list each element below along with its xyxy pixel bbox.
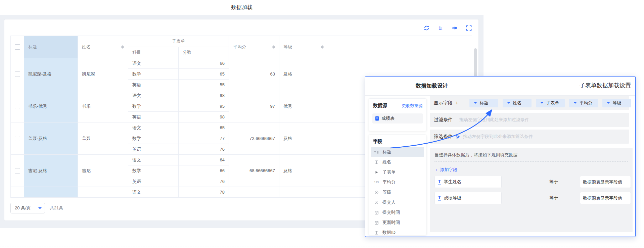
total-count: 共21条 bbox=[50, 205, 63, 211]
row-checkbox[interactable] bbox=[15, 136, 20, 141]
select-all-checkbox[interactable] bbox=[15, 44, 20, 50]
field-item-更新时间[interactable]: 更新时间 bbox=[371, 217, 424, 228]
gear-icon[interactable] bbox=[456, 135, 460, 139]
avg-cell: 97 bbox=[229, 90, 279, 122]
rule-field-select[interactable]: T成绩等级 bbox=[434, 192, 502, 204]
panel-header: 数据加载设计 子表单数据加载设置 bbox=[365, 77, 635, 96]
field-item-姓名[interactable]: 姓名 bbox=[371, 157, 424, 167]
display-field-tag-标题[interactable]: 标题 bbox=[469, 99, 498, 107]
field-item-子表单[interactable]: 子表单 bbox=[371, 167, 424, 177]
page-size-dropdown[interactable] bbox=[35, 203, 45, 213]
chevron-down-icon bbox=[38, 207, 42, 211]
col-header-title[interactable]: 标题 bbox=[24, 36, 78, 58]
canvas-edge-divider bbox=[0, 247, 644, 247]
page-size-value: 20 条/页 bbox=[11, 205, 35, 211]
grade-cell: 及格 bbox=[279, 155, 328, 187]
dialog-titlebar: 数据加载 bbox=[0, 0, 484, 15]
screen: 数据加载 × 1↓ bbox=[0, 0, 644, 248]
field-list: T标题姓名子表单123平均分等级提交人提交时间更新时间数据ID bbox=[369, 147, 426, 235]
datasource-card: 数据源 更改数据源 成绩表 bbox=[369, 98, 426, 131]
title-icon: T bbox=[373, 150, 380, 154]
field-item-提交时间[interactable]: 提交时间 bbox=[371, 207, 424, 217]
col-header-avg[interactable]: 平均分 bbox=[229, 36, 279, 58]
dialog-title: 数据加载 bbox=[0, 0, 484, 15]
rule-field-label: 学生姓名 bbox=[444, 179, 461, 185]
row-checkbox[interactable] bbox=[15, 168, 20, 173]
fields-label: 字段 bbox=[373, 139, 426, 145]
name-cell bbox=[78, 187, 128, 198]
field-item-标题[interactable]: T标题 bbox=[371, 147, 424, 157]
rule-field-label: 成绩等级 bbox=[444, 195, 461, 201]
display-field-tag-姓名[interactable]: 姓名 bbox=[503, 99, 532, 107]
row-checkbox[interactable] bbox=[15, 71, 20, 77]
filter-drop-zone[interactable]: 过滤条件 拖动左侧字段到此处来添加过滤条件 bbox=[430, 113, 629, 127]
title-cell: 盖聂-及格 bbox=[24, 122, 78, 155]
display-field-tag-子表单[interactable]: 子表单 bbox=[536, 99, 565, 107]
rule-field-select[interactable]: T学生姓名 bbox=[434, 176, 502, 188]
score-cell: 76 bbox=[179, 176, 229, 187]
field-item-数据ID[interactable]: 数据ID bbox=[371, 228, 424, 235]
data-load-design-panel: 数据加载设计 子表单数据加载设置 数据源 更改数据源 成绩表 字段 T标题姓名子… bbox=[365, 76, 636, 237]
rule-value-select[interactable]: 数据源表显示字段值 bbox=[580, 192, 631, 204]
subject-cell: 语文 bbox=[128, 90, 179, 101]
field-item-label: 标题 bbox=[382, 149, 391, 155]
text-icon bbox=[373, 160, 380, 164]
add-field-link[interactable]: ＋ 添加字段 bbox=[434, 167, 458, 173]
row-select-cell bbox=[11, 90, 24, 122]
refresh-icon[interactable] bbox=[423, 25, 429, 31]
datasource-label: 数据源 bbox=[373, 103, 387, 109]
subject-cell: 数学 bbox=[128, 133, 179, 144]
number-icon: 123 bbox=[373, 181, 380, 184]
subform-icon bbox=[373, 171, 380, 174]
sort-caret[interactable] bbox=[272, 45, 275, 49]
radio-icon bbox=[373, 190, 380, 195]
chevron-down-icon bbox=[507, 102, 510, 105]
sort-icon[interactable]: 1↓ bbox=[438, 25, 444, 31]
fullscreen-icon[interactable] bbox=[466, 25, 472, 31]
avg-cell bbox=[229, 187, 279, 198]
display-field-tags: 标题姓名子表单平均分等级 bbox=[469, 99, 631, 107]
col-header-name[interactable]: 姓名 bbox=[78, 36, 128, 58]
field-item-平均分[interactable]: 123平均分 bbox=[371, 177, 424, 187]
chevron-down-icon bbox=[574, 102, 577, 105]
add-display-field-button[interactable]: + bbox=[455, 100, 458, 106]
field-item-label: 子表单 bbox=[382, 169, 396, 175]
sort-caret[interactable] bbox=[121, 45, 124, 49]
score-cell: 76 bbox=[179, 144, 229, 155]
tag-label: 子表单 bbox=[546, 100, 559, 106]
col-header-score: 分数 bbox=[179, 47, 229, 58]
row-checkbox[interactable] bbox=[15, 104, 20, 109]
row-select-cell bbox=[11, 155, 24, 187]
select-all-cell bbox=[11, 36, 24, 58]
name-cell: 凯尼深 bbox=[78, 58, 128, 90]
row-select-cell bbox=[11, 187, 24, 198]
score-cell: 64 bbox=[179, 155, 229, 165]
calendar-icon bbox=[373, 220, 380, 225]
filter-label: 过滤条件 bbox=[434, 117, 453, 123]
field-item-等级[interactable]: 等级 bbox=[371, 187, 424, 197]
pagination: 20 条/页 共21条 bbox=[10, 203, 63, 213]
col-header-filler bbox=[328, 36, 472, 58]
rule-value-select[interactable]: 数据源表显示字段值 bbox=[580, 176, 631, 188]
rules-hint: 当选择具体数据后，将按如下规则填充数据 bbox=[434, 152, 517, 158]
col-header-grade[interactable]: 等级 bbox=[279, 36, 328, 58]
name-cell: 书乐 bbox=[78, 90, 128, 122]
row-select-cell bbox=[11, 58, 24, 90]
fill-rules-card: 当选择具体数据后，将按如下规则填充数据 ＋ 添加字段 T学生姓名等于数据源表显示… bbox=[430, 148, 633, 232]
sort-caret[interactable] bbox=[321, 45, 324, 49]
display-field-tag-等级[interactable]: 等级 bbox=[602, 99, 631, 107]
display-field-tag-平均分[interactable]: 平均分 bbox=[569, 99, 598, 107]
subject-cell: 英语 bbox=[128, 176, 179, 187]
subject-cell: 英语 bbox=[128, 80, 179, 90]
page-size-select[interactable]: 20 条/页 bbox=[10, 203, 45, 213]
field-item-label: 平均分 bbox=[382, 179, 396, 185]
score-cell: 66 bbox=[179, 58, 229, 69]
sift-drop-zone[interactable]: 筛选条件 拖动左侧字段到此处来添加筛选条件 bbox=[430, 130, 629, 144]
col-header-subject: 科目 bbox=[128, 47, 179, 58]
datasource-item[interactable]: 成绩表 bbox=[372, 113, 423, 123]
row-select-cell bbox=[11, 122, 24, 155]
eye-icon[interactable] bbox=[452, 25, 458, 31]
field-item-提交人[interactable]: 提交人 bbox=[371, 197, 424, 207]
tag-label: 姓名 bbox=[513, 100, 521, 106]
change-datasource-link[interactable]: 更改数据源 bbox=[402, 103, 423, 109]
